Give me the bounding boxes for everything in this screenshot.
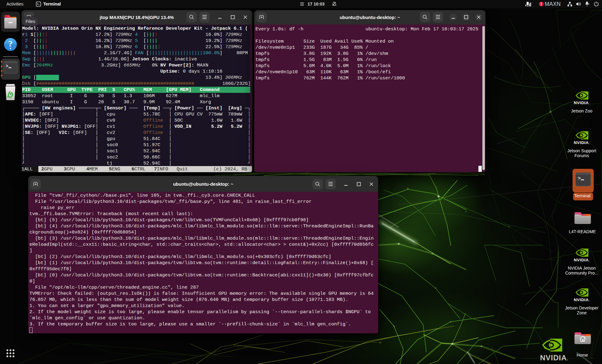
svg-text:?: ? — [8, 39, 13, 48]
svg-text:>: > — [6, 64, 9, 69]
svg-text:>: > — [578, 176, 581, 181]
